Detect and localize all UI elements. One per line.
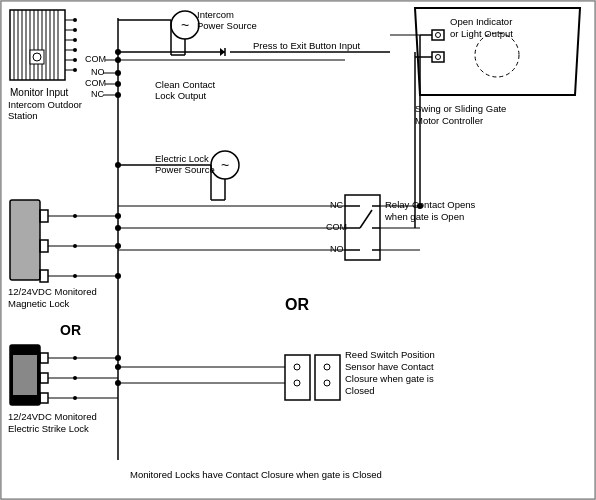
svg-point-118 [115,380,121,386]
svg-rect-58 [10,200,40,280]
nc-label-1: NC [91,89,104,99]
no-relay-label: NO [330,244,344,254]
no-label-1: NO [91,67,105,77]
svg-rect-108 [315,355,340,400]
open-indicator-label: Open Indicator [450,16,512,27]
svg-point-138 [115,81,121,87]
svg-point-105 [115,225,121,231]
svg-rect-76 [13,355,37,395]
svg-point-135 [417,203,423,209]
svg-text:when gate is Open: when gate is Open [384,211,464,222]
relay-contact-label: Relay Contact Opens [385,199,476,210]
svg-point-137 [115,70,121,76]
svg-text:Closed: Closed [345,385,375,396]
wiring-diagram: Monitor Input Intercom Outdoor Station ~… [0,0,596,500]
svg-text:Power Source: Power Source [197,20,257,31]
svg-point-117 [115,364,121,370]
nc-relay-label: NC [330,200,343,210]
svg-text:Electric Strike Lock: Electric Strike Lock [8,423,89,434]
svg-text:Lock Output: Lock Output [155,90,207,101]
svg-rect-124 [432,52,444,62]
monitor-input-label: Monitor Input [10,87,69,98]
svg-point-47 [115,49,121,55]
svg-point-139 [115,92,121,98]
svg-text:~: ~ [221,157,229,173]
svg-rect-107 [285,355,310,400]
or-label-1: OR [60,322,81,338]
svg-text:Motor Controller: Motor Controller [415,115,483,126]
svg-text:Closure when gate is: Closure when gate is [345,373,434,384]
com-label-1: COM [85,54,106,64]
electric-lock-power-label: Electric Lock [155,153,209,164]
electric-strike-label: 12/24VDC Monitored [8,411,97,422]
com-relay-label: COM [326,222,347,232]
swing-gate-label: Swing or Sliding Gate [415,103,506,114]
svg-text:Station: Station [8,110,38,121]
svg-point-57 [115,162,121,168]
intercom-outdoor-station-label: Intercom Outdoor [8,99,82,110]
svg-text:Sensor have Contact: Sensor have Contact [345,361,434,372]
svg-text:or Light Output: or Light Output [450,28,513,39]
clean-contact-label: Clean Contact [155,79,216,90]
reed-switch-label: Reed Switch Position [345,349,435,360]
com-label-2: COM [85,78,106,88]
svg-point-89 [115,355,121,361]
or-label-2: OR [285,296,309,313]
svg-text:Magnetic Lock: Magnetic Lock [8,298,70,309]
monitored-locks-label: Monitored Locks have Contact Closure whe… [130,469,382,480]
intercom-power-source-label: Intercom [197,9,234,20]
svg-point-72 [115,243,121,249]
svg-rect-123 [432,30,444,40]
magnetic-lock-label: 12/24VDC Monitored [8,286,97,297]
svg-point-71 [115,213,121,219]
svg-point-73 [115,273,121,279]
svg-rect-14 [30,50,44,64]
press-to-exit-label: Press to Exit Button Input [253,40,361,51]
svg-text:~: ~ [181,17,189,33]
